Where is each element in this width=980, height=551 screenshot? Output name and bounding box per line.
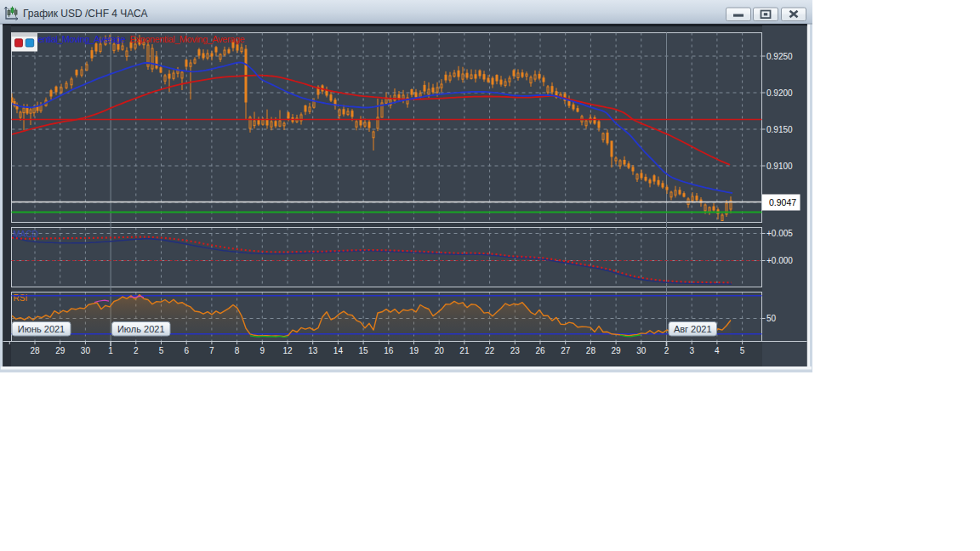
svg-text:9: 9 — [260, 346, 265, 355]
svg-text:22: 22 — [485, 346, 495, 355]
svg-text:5: 5 — [159, 346, 164, 355]
svg-text:4: 4 — [715, 346, 720, 355]
svg-text:Июль 2021: Июль 2021 — [117, 324, 165, 334]
svg-text:29: 29 — [612, 346, 622, 355]
svg-text:12: 12 — [282, 346, 293, 355]
svg-text:27: 27 — [561, 346, 571, 355]
svg-text:13: 13 — [308, 346, 318, 355]
svg-text:30: 30 — [81, 346, 91, 355]
svg-text:+0.005: +0.005 — [766, 229, 793, 238]
svg-text:0.9100: 0.9100 — [766, 162, 793, 171]
svg-text:26: 26 — [535, 346, 545, 355]
svg-text:50: 50 — [766, 314, 777, 323]
svg-text:7: 7 — [209, 346, 214, 355]
svg-text:3: 3 — [689, 346, 694, 355]
svg-text:График USD /CHF 4 ЧАСА: График USD /CHF 4 ЧАСА — [23, 8, 147, 20]
svg-text:Exponential_Moving_Average: Exponential_Moving_Average — [130, 34, 245, 44]
svg-text:8: 8 — [235, 346, 240, 355]
svg-text:ential_Moving_Average: ential_Moving_Average — [38, 34, 126, 44]
svg-text:16: 16 — [384, 346, 394, 355]
svg-text:30: 30 — [636, 346, 647, 355]
svg-text:0.9150: 0.9150 — [766, 125, 793, 134]
svg-text:0.9250: 0.9250 — [766, 52, 793, 61]
svg-text:21: 21 — [459, 346, 470, 355]
svg-text:0.9047: 0.9047 — [769, 197, 796, 207]
svg-text:Авг 2021: Авг 2021 — [674, 324, 712, 334]
svg-text:+0.000: +0.000 — [766, 256, 793, 265]
svg-text:23: 23 — [510, 346, 521, 355]
svg-text:15: 15 — [359, 346, 369, 355]
svg-text:Июнь 2021: Июнь 2021 — [18, 324, 66, 334]
svg-text:6: 6 — [184, 346, 189, 355]
svg-text:20: 20 — [435, 346, 445, 355]
svg-text:1: 1 — [108, 346, 113, 355]
svg-text:2: 2 — [664, 346, 669, 355]
svg-text:2: 2 — [134, 346, 139, 355]
svg-text:28: 28 — [586, 346, 596, 355]
svg-text:19: 19 — [409, 346, 419, 355]
svg-text:29: 29 — [55, 346, 66, 355]
svg-text:MACD: MACD — [14, 230, 38, 239]
svg-text:RSI: RSI — [14, 293, 28, 303]
svg-text:0.9200: 0.9200 — [766, 88, 793, 98]
svg-text:14: 14 — [333, 346, 344, 355]
svg-text:28: 28 — [30, 346, 40, 355]
svg-text:5: 5 — [740, 346, 745, 355]
